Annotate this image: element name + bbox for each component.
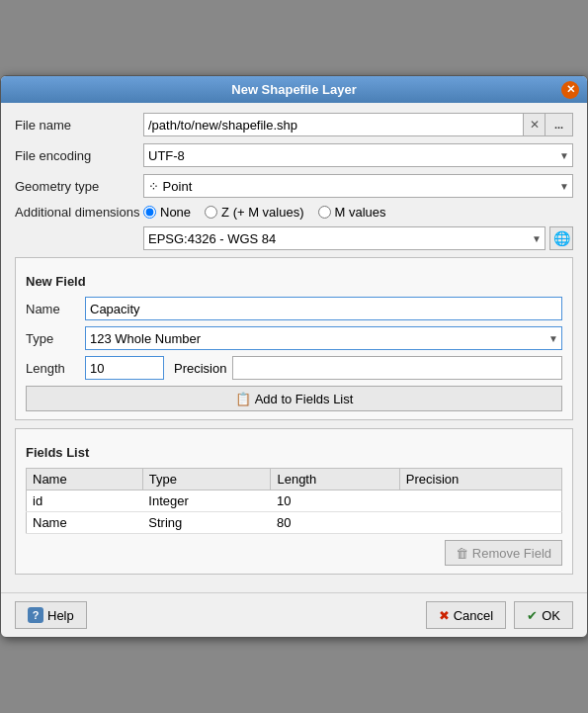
- filename-row: File name ✕ ...: [15, 113, 573, 136]
- field-length-input[interactable]: [85, 356, 164, 380]
- dimensions-z-radio[interactable]: [205, 206, 217, 219]
- field-name-label: Name: [26, 302, 85, 316]
- fields-table: Name Type Length Precision idInteger10Na…: [26, 468, 562, 534]
- encoding-select-wrap: UTF-8 ASCII ISO-8859-1 ▼: [143, 143, 573, 167]
- col-length: Length: [271, 469, 399, 490]
- filename-input-wrap: ✕ ...: [143, 113, 573, 136]
- field-length-label: Length: [26, 361, 85, 376]
- dimensions-m-text: M values: [335, 205, 386, 220]
- dialog-title: New Shapefile Layer: [231, 82, 356, 97]
- add-to-fields-button[interactable]: 📋 Add to Fields List: [26, 386, 562, 411]
- dimensions-none-text: None: [160, 205, 191, 220]
- table-cell-precision: [399, 512, 561, 534]
- new-field-title: New Field: [26, 274, 562, 291]
- dimensions-none-label[interactable]: None: [143, 205, 191, 220]
- crs-select-wrap: EPSG:4326 - WGS 84 EPSG:3857 - WGS 84 / …: [143, 226, 546, 250]
- table-row[interactable]: idInteger10: [27, 490, 562, 512]
- field-name-row: Name: [26, 297, 562, 320]
- table-cell-name: id: [27, 490, 143, 512]
- dimensions-none-radio[interactable]: [143, 206, 156, 219]
- ok-icon: ✔: [527, 608, 538, 623]
- remove-field-button[interactable]: 🗑 Remove Field: [445, 540, 562, 566]
- field-name-input[interactable]: [85, 297, 562, 320]
- table-row[interactable]: NameString80: [27, 512, 562, 534]
- fields-list-title: Fields List: [26, 445, 562, 462]
- col-type: Type: [142, 469, 271, 490]
- dimensions-row: Additional dimensions None Z (+ M values…: [15, 205, 573, 220]
- field-precision-input[interactable]: [232, 356, 562, 380]
- cancel-button[interactable]: ✖ Cancel: [426, 601, 506, 629]
- dimensions-radio-group: None Z (+ M values) M values: [143, 205, 573, 220]
- crs-row: EPSG:4326 - WGS 84 EPSG:3857 - WGS 84 / …: [15, 226, 573, 250]
- new-field-section: New Field Name Type 123 Whole Number abc…: [15, 257, 573, 420]
- table-cell-length: 10: [271, 490, 399, 512]
- add-fields-label: Add to Fields List: [255, 392, 354, 406]
- crs-select[interactable]: EPSG:4326 - WGS 84 EPSG:3857 - WGS 84 / …: [143, 226, 546, 250]
- remove-btn-wrap: 🗑 Remove Field: [26, 540, 562, 566]
- field-length-row: Length Precision: [26, 356, 562, 380]
- ok-label: OK: [542, 608, 560, 623]
- crs-globe-button[interactable]: 🌐: [549, 226, 573, 250]
- title-bar: New Shapefile Layer ✕: [1, 76, 587, 103]
- encoding-select[interactable]: UTF-8 ASCII ISO-8859-1: [143, 143, 573, 167]
- geometry-select-wrap: ⁘ Point Line Polygon ▼: [143, 174, 573, 198]
- remove-field-label: Remove Field: [472, 546, 551, 561]
- close-button[interactable]: ✕: [561, 81, 579, 99]
- field-type-select-wrap: 123 Whole Number abc Text 1.5 Decimal Nu…: [85, 326, 562, 350]
- dimensions-label: Additional dimensions: [15, 205, 143, 220]
- fields-list-section: Fields List Name Type Length Precision i…: [15, 428, 573, 575]
- geometry-label: Geometry type: [15, 179, 143, 194]
- filename-label: File name: [15, 118, 143, 133]
- table-cell-type: Integer: [142, 490, 271, 512]
- dialog-body: File name ✕ ... File encoding UTF-8 ASCI…: [1, 103, 587, 592]
- dimensions-m-label[interactable]: M values: [318, 205, 386, 220]
- table-cell-type: String: [142, 512, 271, 534]
- cancel-label: Cancel: [454, 608, 493, 623]
- cancel-icon: ✖: [439, 608, 450, 623]
- precision-label: Precision: [174, 361, 226, 376]
- filename-input[interactable]: [143, 113, 524, 136]
- filename-browse-button[interactable]: ...: [546, 113, 573, 136]
- geometry-select[interactable]: ⁘ Point Line Polygon: [143, 174, 573, 198]
- new-shapefile-dialog: New Shapefile Layer ✕ File name ✕ ... Fi…: [0, 75, 588, 638]
- ok-button[interactable]: ✔ OK: [514, 601, 573, 629]
- col-precision: Precision: [399, 469, 561, 490]
- encoding-label: File encoding: [15, 148, 143, 163]
- help-button[interactable]: ? Help: [15, 601, 87, 629]
- dimensions-z-text: Z (+ M values): [221, 205, 303, 220]
- add-fields-icon: 📋: [235, 392, 251, 406]
- field-type-row: Type 123 Whole Number abc Text 1.5 Decim…: [26, 326, 562, 350]
- remove-field-icon: 🗑: [456, 546, 468, 561]
- dimensions-m-radio[interactable]: [318, 206, 331, 219]
- help-icon: ?: [28, 607, 43, 623]
- col-name: Name: [27, 469, 143, 490]
- field-type-label: Type: [26, 331, 85, 346]
- table-cell-precision: [399, 490, 561, 512]
- bottom-bar: ? Help ✖ Cancel ✔ OK: [1, 592, 587, 637]
- table-header-row: Name Type Length Precision: [27, 469, 562, 490]
- field-type-select[interactable]: 123 Whole Number abc Text 1.5 Decimal Nu…: [85, 326, 562, 350]
- table-cell-length: 80: [271, 512, 399, 534]
- table-cell-name: Name: [27, 512, 143, 534]
- encoding-row: File encoding UTF-8 ASCII ISO-8859-1 ▼: [15, 143, 573, 167]
- geometry-row: Geometry type ⁘ Point Line Polygon ▼: [15, 174, 573, 198]
- dimensions-z-label[interactable]: Z (+ M values): [205, 205, 303, 220]
- filename-clear-button[interactable]: ✕: [524, 113, 546, 136]
- right-buttons: ✖ Cancel ✔ OK: [426, 601, 573, 629]
- help-label: Help: [47, 608, 74, 623]
